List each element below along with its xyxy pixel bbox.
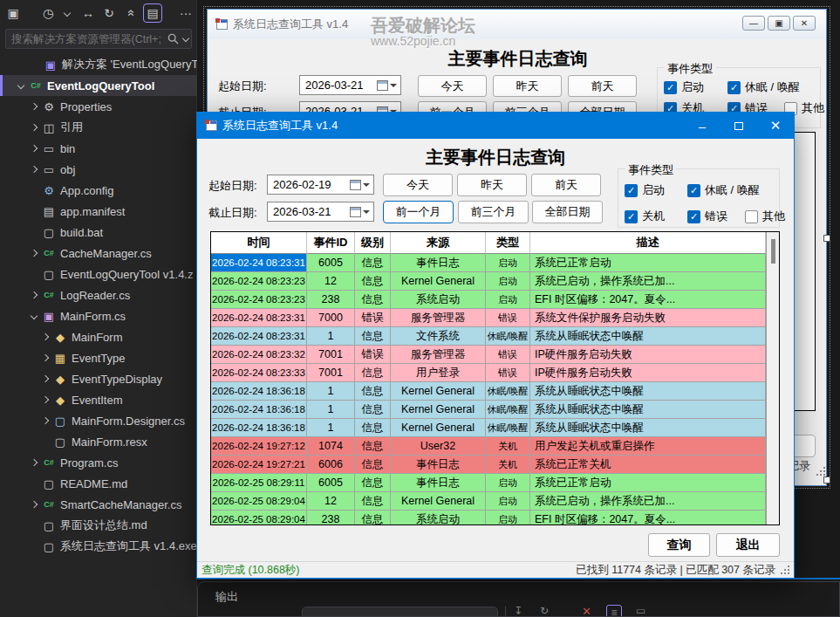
table-cell[interactable]: 2026-02-24 18:36:18 xyxy=(211,401,307,419)
tree-item[interactable]: C#EventLogQueryTool xyxy=(0,75,197,96)
maximize-button[interactable] xyxy=(720,113,757,139)
designer-quick-button-1[interactable]: 昨天 xyxy=(493,75,562,97)
table-cell[interactable]: 服务管理器 xyxy=(391,346,486,364)
table-cell[interactable]: 7000 xyxy=(307,309,355,327)
table-cell[interactable]: 2026-02-24 18:36:18 xyxy=(211,382,307,401)
tree-item[interactable]: C#LogReader.cs xyxy=(0,285,197,305)
more-options-icon[interactable]: ··· xyxy=(176,3,195,23)
output-source-dropdown[interactable] xyxy=(302,607,498,617)
expand-chevron-icon[interactable] xyxy=(31,291,38,298)
table-cell[interactable]: 2026-02-24 18:36:18 xyxy=(211,419,307,437)
tree-item[interactable]: ◆EventItem xyxy=(0,389,197,410)
table-cell[interactable]: 休眠/唤醒 xyxy=(486,382,530,401)
table-cell[interactable]: 启动 xyxy=(486,272,530,291)
tree-item[interactable]: ▭obj xyxy=(0,159,197,180)
resize-grip-icon[interactable] xyxy=(781,566,789,574)
table-cell[interactable]: EFI 时区偏移：2047。夏令... xyxy=(530,291,766,309)
table-cell[interactable]: User32 xyxy=(391,437,486,456)
expand-chevron-icon[interactable] xyxy=(42,333,49,340)
table-cell[interactable]: 2026-02-24 08:23:31 xyxy=(211,254,307,272)
event-type-checkbox[interactable]: 其他 xyxy=(745,209,785,224)
table-row[interactable]: 2026-02-25 08:29:116005信息事件日志启动系统已正常启动 xyxy=(211,474,766,492)
table-cell[interactable]: 系统文件保护服务启动失败 xyxy=(530,309,766,327)
minimize-button[interactable]: — xyxy=(742,16,765,31)
table-cell[interactable]: 1 xyxy=(307,419,355,437)
collapse-all-icon[interactable]: « xyxy=(122,3,141,23)
table-cell[interactable]: 12 xyxy=(307,492,355,511)
minimize-button[interactable]: – xyxy=(684,113,720,139)
table-row[interactable]: 2026-02-24 08:23:337001信息用户登录错误IP硬件服务启动失… xyxy=(211,364,766,382)
designer-quick-button-2[interactable]: 前天 xyxy=(568,75,637,97)
tree-item[interactable]: ▭bin xyxy=(0,138,197,159)
range-date-button-0[interactable]: 前一个月 xyxy=(383,201,454,223)
table-cell[interactable]: IP硬件服务启动失败 xyxy=(530,364,766,382)
column-header-0[interactable]: 时间 xyxy=(211,232,307,254)
table-cell[interactable]: 2026-02-24 08:23:23 xyxy=(211,272,307,291)
maximize-button[interactable]: ▣ xyxy=(768,16,790,31)
event-type-checkbox[interactable]: ✓关机 xyxy=(625,209,687,224)
table-cell[interactable]: Kernel General xyxy=(391,382,486,401)
table-cell[interactable]: 事件日志 xyxy=(391,456,486,474)
table-cell[interactable]: 2026-02-25 08:29:04 xyxy=(211,511,307,524)
expand-chevron-icon[interactable] xyxy=(42,396,49,403)
column-header-5[interactable]: 描述 xyxy=(530,232,766,254)
designer-exit-button-partial[interactable] xyxy=(791,435,816,457)
expand-chevron-icon[interactable] xyxy=(17,82,24,89)
close-button[interactable]: ✕ xyxy=(757,113,794,139)
event-type-checkbox[interactable]: ✓休眠 / 唤醒 xyxy=(727,79,800,95)
expand-chevron-icon[interactable] xyxy=(31,501,38,508)
table-cell[interactable]: 启动 xyxy=(486,511,530,524)
tree-item[interactable]: ▢MainForm.resx xyxy=(0,431,197,452)
table-cell[interactable]: 2026-02-24 19:27:21 xyxy=(211,456,307,474)
expand-chevron-icon[interactable] xyxy=(31,166,38,173)
scrollbar-thumb[interactable] xyxy=(771,239,775,264)
table-cell[interactable]: 2026-02-24 08:23:23 xyxy=(211,291,307,309)
table-row[interactable]: 2026-02-24 08:23:316005信息事件日志启动系统已正常启动 xyxy=(211,254,766,272)
range-date-button-1[interactable]: 前三个月 xyxy=(458,201,529,223)
quick-date-button-1[interactable]: 昨天 xyxy=(457,174,527,196)
tree-item[interactable]: ▢EventLogQueryTool v1.4.z xyxy=(0,264,197,285)
resize-grip-icon[interactable] xyxy=(816,467,825,476)
table-cell[interactable]: 信息 xyxy=(355,474,391,492)
table-cell[interactable]: 系统启动 xyxy=(391,511,486,524)
column-header-3[interactable]: 来源 xyxy=(391,232,486,254)
tree-item[interactable]: ▢系统日志查询工具 v1.4.exe xyxy=(0,536,197,557)
tree-item[interactable]: ◆MainForm xyxy=(0,326,197,347)
table-row[interactable]: 2026-02-24 18:36:181信息Kernel General休眠/唤… xyxy=(211,419,766,437)
table-row[interactable]: 2026-02-24 08:23:317000错误服务管理器错误系统文件保护服务… xyxy=(211,309,766,327)
tree-item[interactable]: ▢README.md xyxy=(0,473,197,494)
table-cell[interactable]: IP硬件服务启动失败 xyxy=(530,346,766,364)
table-cell[interactable]: 错误 xyxy=(355,309,391,327)
table-cell[interactable]: 6005 xyxy=(307,474,355,492)
tree-item[interactable]: ⚙Properties xyxy=(0,96,197,117)
table-row[interactable]: 2026-02-24 19:27:121074信息User32关机用户发起关机或… xyxy=(211,437,766,456)
sync-selection-icon[interactable]: ↔ xyxy=(79,3,98,23)
table-cell[interactable]: 用户登录 xyxy=(391,364,486,382)
table-cell[interactable]: 信息 xyxy=(355,272,391,291)
query-button[interactable]: 查询 xyxy=(648,533,710,557)
table-cell[interactable]: 系统已启动，操作系统已加... xyxy=(530,492,766,511)
table-row[interactable]: 2026-02-24 08:23:311信息文件系统休眠/唤醒系统从睡眠状态中唤… xyxy=(211,327,766,346)
table-cell[interactable]: 信息 xyxy=(355,401,391,419)
table-cell[interactable]: 2026-02-24 08:23:31 xyxy=(211,327,307,346)
table-cell[interactable]: 2026-02-24 08:23:31 xyxy=(211,309,307,327)
table-cell[interactable]: 1 xyxy=(307,382,355,401)
table-cell[interactable]: 信息 xyxy=(355,419,391,437)
table-cell[interactable]: 系统从睡眠状态中唤醒 xyxy=(530,382,766,401)
table-cell[interactable]: 信息 xyxy=(355,327,391,346)
end-date-picker[interactable]: 2026-03-21 xyxy=(267,202,374,222)
expand-chevron-icon[interactable] xyxy=(42,375,49,382)
column-header-4[interactable]: 类型 xyxy=(486,232,530,254)
table-cell[interactable]: 2026-02-24 19:27:12 xyxy=(211,437,307,456)
table-cell[interactable]: 服务管理器 xyxy=(391,309,486,327)
expand-chevron-icon[interactable] xyxy=(31,145,38,152)
table-cell[interactable]: 系统从睡眠状态中唤醒 xyxy=(530,419,766,437)
table-cell[interactable]: 信息 xyxy=(355,364,391,382)
expand-chevron-icon[interactable] xyxy=(31,459,38,466)
table-cell[interactable]: 2026-02-25 08:29:11 xyxy=(211,474,307,492)
table-cell[interactable]: 错误 xyxy=(486,309,530,327)
tree-item[interactable]: ⚙App.config xyxy=(0,180,197,201)
table-cell[interactable]: 系统从睡眠状态中唤醒 xyxy=(530,327,766,346)
table-cell[interactable]: 休眠/唤醒 xyxy=(486,419,530,437)
tree-item[interactable]: ▢MainForm.Designer.cs xyxy=(0,410,197,431)
